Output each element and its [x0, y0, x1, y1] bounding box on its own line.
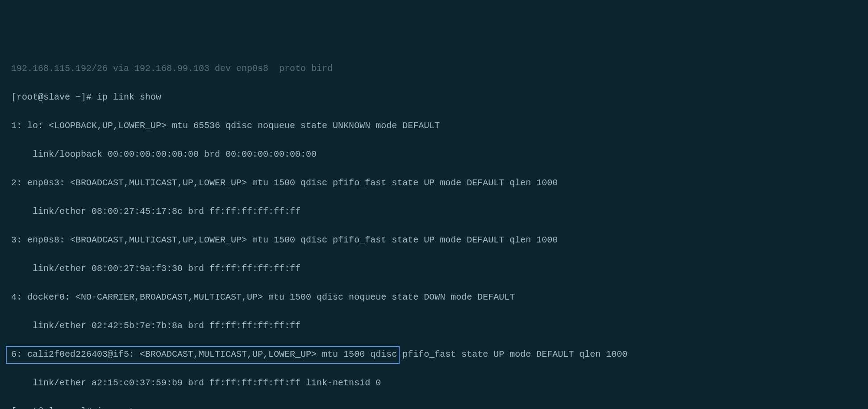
terminal-text: link/ether a2:15:c0:37:59:b9 brd ff:ff:f…	[11, 378, 381, 388]
terminal-line: 4: docker0: <NO-CARRIER,BROADCAST,MULTIC…	[11, 290, 857, 305]
terminal-text: [root@slave ~]# ip route	[11, 406, 140, 409]
terminal-line: 6: cali2f0ed226403@if5: <BROADCAST,MULTI…	[11, 347, 857, 362]
terminal-line: link/loopback 00:00:00:00:00:00 brd 00:0…	[11, 147, 857, 162]
terminal-text: 6: cali2f0ed226403@if5: <BROADCAST,MULTI…	[11, 349, 627, 359]
terminal-line: link/ether a2:15:c0:37:59:b9 brd ff:ff:f…	[11, 376, 857, 390]
terminal-text: 4: docker0: <NO-CARRIER,BROADCAST,MULTIC…	[11, 292, 515, 302]
terminal-line: [root@slave ~]# ip link show	[11, 90, 857, 104]
terminal-text: 192.168.115.192/26 via 192.168.99.103 de…	[11, 63, 333, 74]
terminal-text: 1: lo: <LOOPBACK,UP,LOWER_UP> mtu 65536 …	[11, 121, 440, 131]
terminal-text: link/ether 08:00:27:45:17:8c brd ff:ff:f…	[11, 206, 300, 217]
terminal-text: link/ether 08:00:27:9a:f3:30 brd ff:ff:f…	[11, 263, 300, 274]
terminal-text: 2: enp0s3: <BROADCAST,MULTICAST,UP,LOWER…	[11, 178, 558, 188]
terminal-line: link/ether 08:00:27:45:17:8c brd ff:ff:f…	[11, 204, 857, 219]
terminal-line: 1: lo: <LOOPBACK,UP,LOWER_UP> mtu 65536 …	[11, 119, 857, 133]
terminal-text: [root@slave ~]# ip link show	[11, 92, 161, 102]
terminal-line: 192.168.115.192/26 via 192.168.99.103 de…	[11, 62, 857, 76]
terminal-line: link/ether 02:42:5b:7e:7b:8a brd ff:ff:f…	[11, 319, 857, 333]
terminal-line: 2: enp0s3: <BROADCAST,MULTICAST,UP,LOWER…	[11, 176, 857, 190]
terminal-text: link/ether 02:42:5b:7e:7b:8a brd ff:ff:f…	[11, 321, 300, 331]
terminal-line: 3: enp0s8: <BROADCAST,MULTICAST,UP,LOWER…	[11, 233, 857, 247]
terminal-text: link/loopback 00:00:00:00:00:00 brd 00:0…	[11, 149, 317, 159]
terminal-text: 3: enp0s8: <BROADCAST,MULTICAST,UP,LOWER…	[11, 235, 558, 245]
terminal-line: [root@slave ~]# ip route	[11, 405, 857, 409]
terminal-line: link/ether 08:00:27:9a:f3:30 brd ff:ff:f…	[11, 262, 857, 276]
